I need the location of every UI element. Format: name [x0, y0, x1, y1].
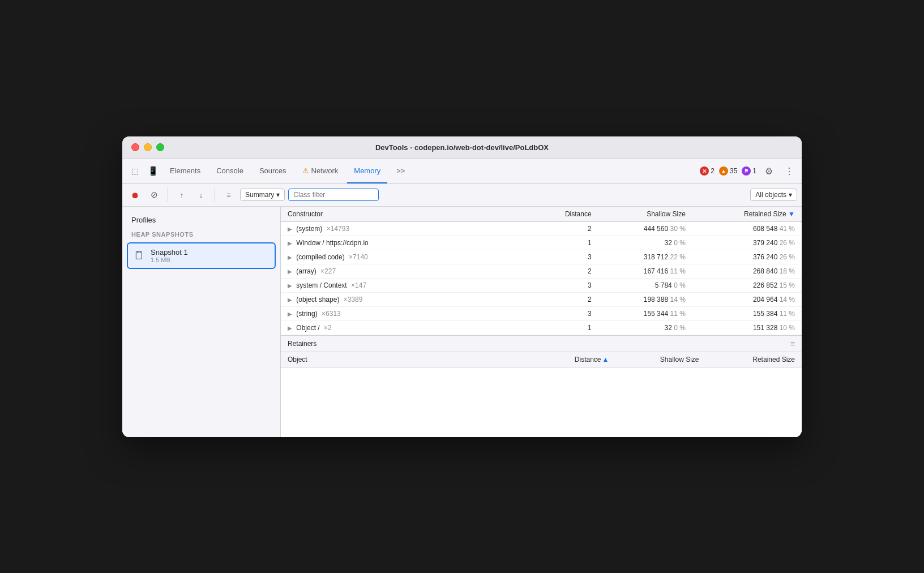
constructor-name: system / Context [296, 281, 346, 289]
retainers-header: Retainers ≡ [281, 336, 802, 352]
cell-constructor: ▶ (array) ×227 [281, 264, 531, 278]
more-options-button[interactable]: ⋮ [781, 163, 797, 179]
cell-distance: 3 [531, 306, 598, 320]
all-objects-dropdown[interactable]: All objects ▾ [750, 189, 797, 201]
summary-dropdown[interactable]: Summary ▾ [240, 189, 285, 201]
expand-icon: ▶ [288, 283, 292, 289]
tab-console-label: Console [216, 166, 243, 175]
profiles-label: Profiles [127, 213, 276, 229]
snapshot-file-icon: 🗒 [134, 249, 145, 262]
warning-count: 35 [730, 167, 737, 175]
tab-sources[interactable]: Sources [253, 159, 293, 183]
table-row[interactable]: ▶ (array) ×227 2 167 416 11 % 268 840 18… [281, 264, 802, 278]
table-row[interactable]: ▶ (string) ×6313 3 155 344 11 % 155 384 … [281, 306, 802, 320]
settings-button[interactable]: ⚙ [761, 163, 777, 179]
minimize-button[interactable] [144, 143, 152, 151]
maximize-button[interactable] [156, 143, 164, 151]
controls-divider [168, 188, 168, 202]
retainers-header-shallow: Shallow Size [615, 352, 705, 367]
record-button[interactable]: ⏺ [127, 187, 143, 203]
cell-distance: 3 [531, 250, 598, 264]
expand-icon: ▶ [288, 325, 292, 331]
cell-shallow: 155 344 11 % [598, 306, 692, 320]
header-constructor: Constructor [281, 207, 531, 222]
download-button[interactable]: ↓ [193, 187, 209, 203]
cell-constructor: ▶ (compiled code) ×7140 [281, 250, 531, 264]
snapshot-size: 1.5 MB [151, 256, 269, 263]
stop-button[interactable]: ⊘ [146, 187, 162, 203]
more-tabs-label: >> [396, 166, 405, 175]
controls-divider-2 [215, 188, 215, 202]
issue-icon: ⚑ [742, 166, 751, 176]
expand-icon: ▶ [288, 226, 292, 232]
cell-constructor: ▶ Object / ×2 [281, 320, 531, 335]
cell-distance: 2 [531, 292, 598, 306]
constructor-count: ×3389 [344, 296, 363, 303]
retainers-table-area[interactable]: Object Distance▲ Shallow Size Retained S… [281, 352, 802, 437]
constructor-count: ×147 [351, 281, 366, 289]
class-filter-input[interactable] [288, 189, 379, 201]
tab-console[interactable]: Console [209, 159, 250, 183]
snapshot-item[interactable]: 🗒 Snapshot 1 1.5 MB [127, 242, 276, 269]
all-objects-chevron-icon: ▾ [789, 191, 792, 199]
table-row[interactable]: ▶ (object shape) ×3389 2 198 388 14 % 20… [281, 292, 802, 306]
cell-shallow: 32 0 % [598, 320, 692, 335]
cell-shallow: 32 0 % [598, 236, 692, 250]
constructor-name: (array) [296, 267, 316, 275]
table-row[interactable]: ▶ (compiled code) ×7140 3 318 712 22 % 3… [281, 250, 802, 264]
tab-network[interactable]: ⚠ Network [296, 159, 345, 183]
toolbar-right: ✕ 2 ▲ 35 ⚑ 1 ⚙ ⋮ [700, 163, 797, 179]
tab-elements[interactable]: Elements [163, 159, 207, 183]
cell-retained: 226 852 15 % [692, 278, 802, 292]
warning-triangle-icon: ⚠ [302, 166, 309, 175]
table-row[interactable]: ▶ Window / https://cdpn.io 1 32 0 % 379 … [281, 236, 802, 250]
constructor-name: (compiled code) [296, 253, 344, 261]
clear-button[interactable]: ≡ [221, 187, 237, 203]
table-row[interactable]: ▶ Object / ×2 1 32 0 % 151 328 10 % [281, 320, 802, 335]
expand-icon: ▶ [288, 297, 292, 303]
constructor-count: ×7140 [349, 253, 368, 261]
expand-icon: ▶ [288, 240, 292, 246]
table-row[interactable]: ▶ system / Context ×147 3 5 784 0 % 226 … [281, 278, 802, 292]
retainers-title: Retainers [288, 340, 316, 348]
tab-network-label: Network [311, 166, 339, 175]
summary-label: Summary [245, 191, 274, 199]
devtools-window: DevTools - codepen.io/web-dot-dev/live/P… [122, 136, 802, 437]
expand-icon: ▶ [288, 254, 292, 260]
cell-retained: 376 240 26 % [692, 250, 802, 264]
upload-button[interactable]: ↑ [174, 187, 190, 203]
cell-distance: 1 [531, 236, 598, 250]
heap-table: Constructor Distance Shallow Size Retain… [281, 207, 802, 335]
cell-distance: 1 [531, 320, 598, 335]
cell-shallow: 167 416 11 % [598, 264, 692, 278]
cursor-icon[interactable]: ⬚ [127, 163, 143, 179]
main-toolbar: ⬚ 📱 Elements Console Sources ⚠ Network M… [122, 159, 802, 184]
error-icon: ✕ [700, 166, 709, 176]
close-button[interactable] [131, 143, 139, 151]
retainers-section: Retainers ≡ Object Distance▲ Shallow Siz… [281, 335, 802, 437]
tab-memory-label: Memory [354, 166, 380, 175]
data-table[interactable]: Constructor Distance Shallow Size Retain… [281, 207, 802, 335]
error-badge[interactable]: ✕ 2 [700, 166, 715, 176]
issue-badge[interactable]: ⚑ 1 [742, 166, 756, 176]
retainers-header-retained: Retained Size [706, 352, 802, 367]
more-tabs-button[interactable]: >> [390, 159, 412, 183]
table-row[interactable]: ▶ (system) ×14793 2 444 560 30 % 608 548… [281, 221, 802, 236]
tab-memory[interactable]: Memory [347, 159, 387, 183]
header-distance: Distance [531, 207, 598, 222]
cell-shallow: 5 784 0 % [598, 278, 692, 292]
title-bar: DevTools - codepen.io/web-dot-dev/live/P… [122, 136, 802, 159]
tab-elements-label: Elements [170, 166, 200, 175]
heap-snapshots-label: HEAP SNAPSHOTS [127, 229, 276, 240]
device-toolbar-icon[interactable]: 📱 [145, 163, 161, 179]
tab-sources-label: Sources [259, 166, 286, 175]
summary-chevron-icon: ▾ [276, 191, 280, 199]
constructor-name: (object shape) [296, 296, 339, 303]
issue-count: 1 [752, 167, 756, 175]
cell-distance: 3 [531, 278, 598, 292]
warning-badge[interactable]: ▲ 35 [719, 166, 737, 176]
expand-icon: ▶ [288, 268, 292, 275]
cell-retained: 204 964 14 % [692, 292, 802, 306]
sort-asc-icon: ▲ [602, 356, 609, 364]
constructor-count: ×6313 [322, 310, 341, 318]
